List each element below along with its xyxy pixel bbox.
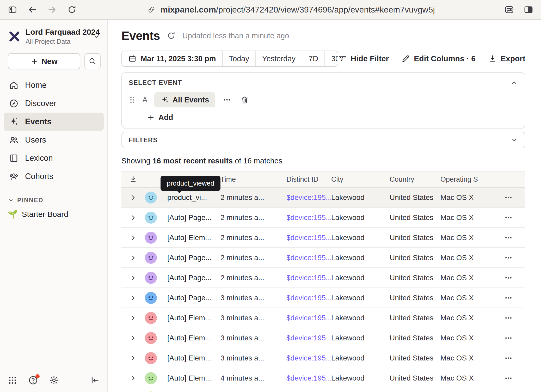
distinct-id-link[interactable]: $device:195... [286,374,331,382]
event-selector-button[interactable]: All Events [154,92,215,107]
column-header-country[interactable]: Country [390,175,440,183]
column-header-city[interactable]: City [331,175,390,183]
apps-grid-icon[interactable] [8,376,17,385]
sidebar-item-home[interactable]: Home [4,76,104,94]
distinct-id-link[interactable]: $device:195... [286,314,331,322]
jump-to-latest-icon[interactable] [121,175,145,183]
row-expand-chevron-icon[interactable] [121,254,145,262]
table-row[interactable]: [Auto] Page... 3 minutes a... $device:19… [121,288,525,308]
event-time: 4 minutes a... [220,374,286,382]
browser-forward-icon[interactable] [47,4,57,15]
browser-page-settings-icon[interactable] [504,4,514,15]
row-actions-button[interactable] [491,293,525,302]
range-yesterday[interactable]: Yesterday [255,51,302,66]
export-button[interactable]: Export [488,54,525,63]
plus-icon [147,114,155,121]
browser-sidebar-toggle-icon[interactable] [7,4,18,15]
distinct-id-link[interactable]: $device:195... [286,294,331,302]
column-header-distinct-id[interactable]: Distinct ID [286,175,331,183]
settings-gear-icon[interactable] [49,375,59,385]
row-expand-chevron-icon[interactable] [121,274,145,282]
country: United States [390,334,440,342]
sidebar-item-users[interactable]: Users [4,131,104,149]
series-letter: A [141,96,149,104]
range-today[interactable]: Today [222,51,255,66]
row-expand-chevron-icon[interactable] [121,334,145,342]
hide-filter-button[interactable]: Hide Filter [338,54,389,63]
event-more-options-button[interactable] [221,95,233,104]
range-7d[interactable]: 7D [302,51,324,66]
table-row[interactable] [121,388,525,392]
row-actions-button[interactable] [491,193,525,202]
edit-columns-button[interactable]: Edit Columns · 6 [401,54,476,63]
tooltip: product_viewed [161,176,220,191]
address-bar[interactable]: mixpanel.com/project/3472420/view/397469… [84,4,497,15]
date-picker-button[interactable]: Mar 11, 2025 3:30 pm [122,51,222,66]
column-header-os[interactable]: Operating S [440,175,491,183]
updated-status: Updated less than a minute ago [182,32,289,40]
add-event-button[interactable]: Add [129,113,518,122]
collapse-sidebar-icon[interactable] [90,376,100,385]
row-actions-button[interactable] [491,233,525,242]
table-row[interactable]: [Auto] Elem... 2 minutes a... $device:19… [121,228,525,248]
sidebar-item-events[interactable]: Events [4,113,104,131]
table-row[interactable]: [Auto] Elem... 3 minutes a... $device:19… [121,348,525,368]
row-expand-chevron-icon[interactable] [121,214,145,222]
distinct-id-link[interactable]: $device:195... [286,254,331,262]
row-actions-button[interactable] [491,253,525,262]
event-time: 2 minutes a... [220,193,286,202]
operating-system: Mac OS X [440,234,491,242]
table-row[interactable]: [Auto] Page... 2 minutes a... $device:19… [121,268,525,288]
events-table: product_viewed Time Distinct ID City Cou… [121,171,525,392]
row-actions-button[interactable] [491,273,525,282]
event-selector-label: All Events [173,96,209,104]
sidebar-item-starter-board[interactable]: 🌱 Starter Board [0,207,107,221]
row-actions-button[interactable] [491,354,525,363]
distinct-id-link[interactable]: $device:195... [286,354,331,362]
row-expand-chevron-icon[interactable] [121,374,145,382]
row-expand-chevron-icon[interactable] [121,294,145,302]
split-view-icon[interactable] [523,4,534,15]
sidebar-item-cohorts[interactable]: Cohorts [4,167,104,186]
row-actions-button[interactable] [491,334,525,342]
distinct-id-link[interactable]: $device:195... [286,334,331,342]
table-row[interactable]: [Auto] Elem... 3 minutes a... $device:19… [121,328,525,348]
refresh-icon[interactable] [167,31,176,40]
row-expand-chevron-icon[interactable] [121,314,145,322]
search-button[interactable] [84,53,101,69]
pinned-section-toggle[interactable]: PINNED [0,186,107,207]
row-expand-chevron-icon[interactable] [121,234,145,242]
row-actions-button[interactable] [491,213,525,222]
browser-back-icon[interactable] [27,4,38,15]
new-button[interactable]: New [8,53,80,69]
event-name: [Auto] Page... [167,213,220,222]
event-avatar [145,312,157,324]
row-expand-chevron-icon[interactable] [121,194,145,201]
delete-event-trash-icon[interactable] [239,95,251,104]
row-actions-button[interactable] [491,314,525,322]
new-button-label: New [41,57,58,66]
distinct-id-link[interactable]: $device:195... [286,234,331,242]
table-row[interactable]: [Auto] Elem... 3 minutes a... $device:19… [121,308,525,328]
collapse-panel-chevron-up-icon[interactable] [510,79,518,87]
table-row[interactable]: [Auto] Page... 2 minutes a... $device:19… [121,248,525,268]
help-button[interactable] [28,375,38,385]
table-row[interactable]: [Auto] Page... 2 minutes a... $device:19… [121,208,525,228]
sidebar-nav: Home Discover Events Users [0,72,107,186]
workspace-switcher[interactable]: Lord Farquaad 2024 All Project Data [0,26,107,47]
pencil-icon [401,54,410,63]
distinct-id-link[interactable]: $device:195... [286,213,331,222]
row-expand-chevron-icon[interactable] [121,354,145,362]
distinct-id-link[interactable]: $device:195... [286,193,331,202]
table-row[interactable]: [Auto] Elem... 4 minutes a... $device:19… [121,368,525,388]
distinct-id-link[interactable]: $device:195... [286,274,331,282]
range-30d[interactable]: 30D [324,51,338,66]
column-header-time[interactable]: Time [220,175,286,183]
row-actions-button[interactable] [491,374,525,383]
date-label: Mar 11, 2025 3:30 pm [141,54,216,63]
sidebar-item-discover[interactable]: Discover [4,94,104,113]
expand-filters-chevron-down-icon[interactable] [510,136,518,144]
sidebar-item-lexicon[interactable]: Lexicon [4,149,104,167]
browser-reload-icon[interactable] [67,4,77,15]
drag-handle-icon[interactable] [129,96,136,104]
